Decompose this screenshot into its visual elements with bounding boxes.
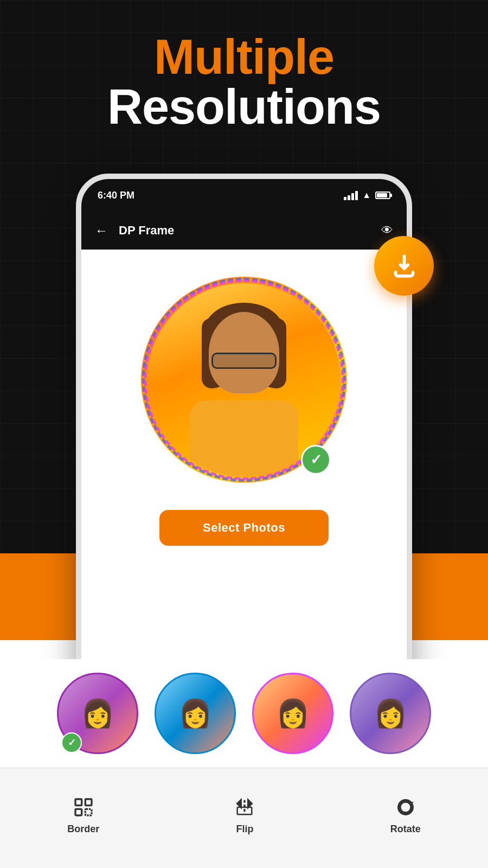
rotate-icon [395,796,416,818]
thumb-circle-3: 👩 [252,673,333,754]
phone-body: 6:40 PM ▲ ← DP Frame 👁 [76,174,412,705]
thumb-person-4: 👩 [351,674,429,752]
person-body [190,400,298,476]
thumbnail-strip: 👩 ✓ 👩 👩 👩 [0,659,488,768]
back-button[interactable]: ← [95,223,108,238]
battery-fill [377,193,387,197]
signal-bar-4 [355,191,358,200]
phone-mockup: 6:40 PM ▲ ← DP Frame 👁 [76,174,412,705]
status-bar: 6:40 PM ▲ [81,179,407,212]
wifi-icon: ▲ [362,190,371,200]
signal-bar-2 [348,195,350,200]
thumb-check-icon-1: ✓ [68,737,76,749]
svg-rect-2 [75,809,82,815]
thumb-person-2: 👩 [156,674,234,752]
nav-item-flip[interactable]: Flip [234,796,255,835]
title-multiple: Multiple [0,33,488,81]
thumbnail-3[interactable]: 👩 [252,673,333,754]
status-icons: ▲ [344,190,390,200]
border-icon [73,796,94,818]
rotate-label: Rotate [390,824,421,835]
title-resolutions: Resolutions [0,81,488,133]
nav-item-rotate[interactable]: Rotate [390,796,421,835]
app-header: ← DP Frame 👁 [81,212,407,250]
svg-rect-1 [85,799,92,806]
thumbnail-4[interactable]: 👩 [350,673,431,754]
title-section: Multiple Resolutions [0,33,488,133]
select-photos-button[interactable]: Select Photos [159,510,329,546]
svg-rect-0 [75,799,82,806]
thumb-circle-4: 👩 [350,673,431,754]
thumbnail-2[interactable]: 👩 [155,673,236,754]
flip-label: Flip [236,824,253,835]
nav-item-border[interactable]: Border [67,796,99,835]
thumbnail-1[interactable]: 👩 ✓ [57,673,138,754]
eye-icon[interactable]: 👁 [381,224,393,238]
border-label: Border [67,824,99,835]
phone-content: ✓ Select Photos [81,250,407,700]
person-glasses [211,353,277,369]
svg-rect-3 [85,809,92,815]
battery-icon [375,192,390,199]
bottom-nav: Border Flip Rotate [0,768,488,868]
download-fab[interactable] [374,236,434,296]
signal-icon [344,191,358,200]
thumb-person-3: 👩 [254,674,332,752]
thumb-circle-2: 👩 [155,673,236,754]
thumb-check-1: ✓ [61,732,82,753]
status-time: 6:40 PM [98,190,134,201]
flip-icon [234,796,255,818]
profile-circle-wrapper: ✓ [141,277,347,483]
app-title: DP Frame [119,224,370,238]
phone-notch [201,179,287,198]
checkmark-icon: ✓ [310,451,322,468]
signal-bar-1 [344,197,346,200]
selected-checkmark: ✓ [301,445,331,475]
signal-bar-3 [351,193,354,200]
